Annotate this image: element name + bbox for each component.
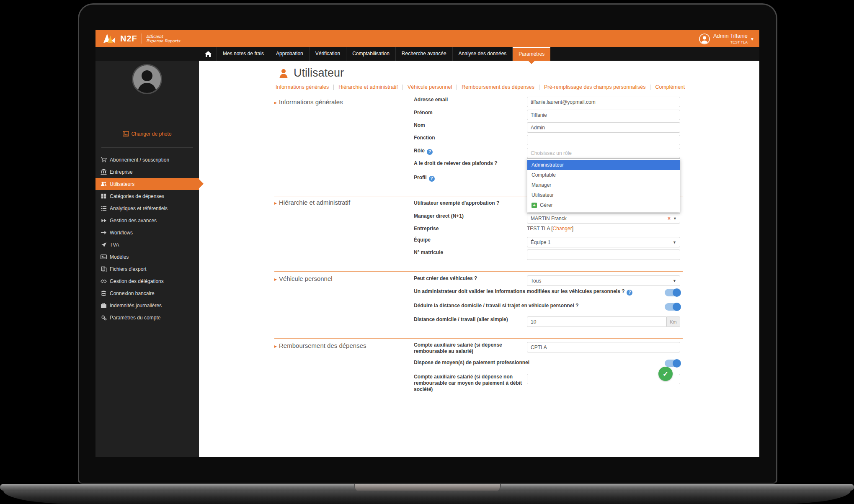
subtab-remboursement[interactable]: Remboursement des dépenses xyxy=(462,84,534,90)
nav-tab-notes[interactable]: Mes notes de frais xyxy=(217,47,270,61)
role-option-manager[interactable]: Manager xyxy=(527,180,680,190)
sidebar-item-categories[interactable]: Catégories de dépenses xyxy=(95,190,199,202)
subtab-complement[interactable]: Complément xyxy=(655,84,685,90)
email-input[interactable] xyxy=(527,97,680,107)
admin-validate-toggle[interactable] xyxy=(665,289,681,296)
company-change-link[interactable]: Changer xyxy=(553,226,572,231)
sidebar-item-workflows[interactable]: Workflows xyxy=(95,226,199,239)
sidebar-item-analytiques[interactable]: Analytiques et référentiels xyxy=(95,202,199,214)
sidebar-item-delegations[interactable]: Gestion des délégations xyxy=(95,275,199,287)
subtab-pre-remplissage[interactable]: Pré-remplissage des champs personnalisés xyxy=(544,84,645,90)
section-divider xyxy=(274,338,683,339)
help-icon[interactable]: ? xyxy=(627,290,632,296)
role-field-wrap xyxy=(527,148,680,158)
subtab-informations-generales[interactable]: Informations générales xyxy=(276,84,329,90)
exempt-label: Utilisateur exempté d'approbation ? xyxy=(414,198,524,206)
plane-icon xyxy=(101,242,107,248)
laptop-base-bottom xyxy=(3,491,851,504)
user-subtabs: Informations généralesHiérarchie et admi… xyxy=(276,84,685,90)
sidebar-item-abonnement[interactable]: Abonnement / souscription xyxy=(95,154,199,166)
lastname-field-wrap xyxy=(527,122,680,133)
role-option-administrateur[interactable]: Administrateur xyxy=(527,160,680,170)
role-option-gerer[interactable]: +Gérer xyxy=(527,200,680,210)
change-photo-button[interactable]: Changer de photo xyxy=(95,131,199,137)
close-icon[interactable]: × xyxy=(668,216,671,221)
profile-label: Profil? xyxy=(414,172,524,182)
subtab-vehicule[interactable]: Véhicule personnel xyxy=(408,84,452,90)
nav-tab-verification[interactable]: Vérification xyxy=(310,47,346,61)
manager-field-wrap: MARTIN Franck × ▼ xyxy=(527,213,680,224)
sidebar-item-tva[interactable]: TVA xyxy=(95,239,199,251)
deduct-distance-toggle[interactable] xyxy=(665,303,681,311)
sidebar-item-connexion-bancaire[interactable]: Connexion bancaire xyxy=(95,287,199,299)
sidebar-item-label: Connexion bancaire xyxy=(110,291,155,296)
gears-icon xyxy=(101,314,107,321)
manager-combobox[interactable]: MARTIN Franck × ▼ xyxy=(527,213,680,224)
firstname-label: Prénom xyxy=(414,107,524,116)
function-input[interactable] xyxy=(527,135,680,145)
role-label: Rôle? xyxy=(414,145,524,155)
nav-tab-comptabilisation[interactable]: Comptabilisation xyxy=(346,47,396,61)
subtab-hierarchie[interactable]: Hiérarchie et administratif xyxy=(338,84,398,90)
employee-id-label: N° matricule xyxy=(414,247,524,256)
admin-validate-label-text: Un administrateur doit valider les infor… xyxy=(414,288,624,294)
firstname-input[interactable] xyxy=(527,110,680,120)
help-icon[interactable]: ? xyxy=(427,149,433,155)
sidebar-item-label: Catégories de dépenses xyxy=(110,193,164,199)
nav-tab-approbation[interactable]: Approbation xyxy=(270,47,310,61)
firstname-field-wrap xyxy=(527,110,680,120)
arrow-right-icon xyxy=(101,229,107,236)
company-value-wrap: TEST TLA [Changer] xyxy=(527,223,573,231)
sidebar-item-label: Entreprise xyxy=(110,169,133,175)
sidebar-item-indemnites[interactable]: Indemnités journalières xyxy=(95,299,199,311)
aux-account-non-label: Compte auxiliaire salarié (si dépense no… xyxy=(414,371,524,393)
role-option-utilisateur[interactable]: Utilisateur xyxy=(527,190,680,200)
role-input[interactable] xyxy=(527,148,680,158)
card-icon xyxy=(101,254,107,260)
bank-icon xyxy=(101,169,107,175)
sidebar-item-label: TVA xyxy=(110,242,119,248)
distance-input[interactable] xyxy=(527,316,666,327)
users-icon xyxy=(101,181,107,187)
logo-divider xyxy=(142,33,142,44)
chevron-down-icon: ▼ xyxy=(673,240,676,244)
copy-icon xyxy=(101,266,107,272)
section-title-vehicle: Véhicule personnel xyxy=(274,275,333,282)
change-photo-label: Changer de photo xyxy=(131,131,171,137)
app-window: N2F Efficient Expense Reports Ad xyxy=(95,30,759,457)
sidebar-item-label: Fichiers d'export xyxy=(110,266,147,272)
section-divider xyxy=(274,271,683,272)
chevron-down-icon: ▼ xyxy=(750,37,754,41)
payment-means-toggle[interactable] xyxy=(665,360,681,367)
sidebar-item-utilisateurs[interactable]: Utilisateurs xyxy=(95,178,199,190)
employee-id-input[interactable] xyxy=(527,249,680,260)
tagline-line2: Expense Reports xyxy=(146,39,180,43)
app-body: Changer de photo Abonnement / souscripti… xyxy=(95,61,759,457)
team-label: Équipe xyxy=(414,234,524,243)
role-dropdown: Administrateur Comptable Manager Utilisa… xyxy=(527,158,680,212)
home-tab[interactable] xyxy=(200,47,217,61)
aux-account-non-input[interactable] xyxy=(527,374,680,384)
sidebar-item-avances[interactable]: Gestion des avances xyxy=(95,214,199,226)
aux-account-input[interactable] xyxy=(527,342,680,352)
nav-tab-analyse[interactable]: Analyse des données xyxy=(453,47,513,61)
sidebar-item-fichiers-export[interactable]: Fichiers d'export xyxy=(95,263,199,275)
sidebar-item-entreprise[interactable]: Entreprise xyxy=(95,166,199,178)
subtab-separator xyxy=(539,85,539,90)
cart-icon xyxy=(101,157,107,163)
role-option-comptable[interactable]: Comptable xyxy=(527,170,680,180)
sidebar-item-parametres-compte[interactable]: Paramètres du compte xyxy=(95,311,199,324)
email-label: Adresse email xyxy=(414,94,524,103)
subtab-separator xyxy=(402,85,403,90)
nav-tab-parametres[interactable]: Paramètres xyxy=(513,47,550,61)
lastname-input[interactable] xyxy=(527,122,680,133)
team-select[interactable]: Équipe 1 ▼ xyxy=(527,237,680,247)
help-icon[interactable]: ? xyxy=(429,176,435,182)
laptop-base-notch xyxy=(354,484,501,491)
sidebar-item-modeles[interactable]: Modèles xyxy=(95,251,199,263)
employee-id-field-wrap xyxy=(527,249,680,260)
nav-tab-recherche[interactable]: Recherche avancée xyxy=(396,47,453,61)
can-create-vehicles-select[interactable]: Tous ▼ xyxy=(527,275,680,286)
aux-account-non-field-wrap xyxy=(527,374,680,384)
user-menu[interactable]: Admin Tiffanie TEST TLA ▼ xyxy=(699,33,754,45)
